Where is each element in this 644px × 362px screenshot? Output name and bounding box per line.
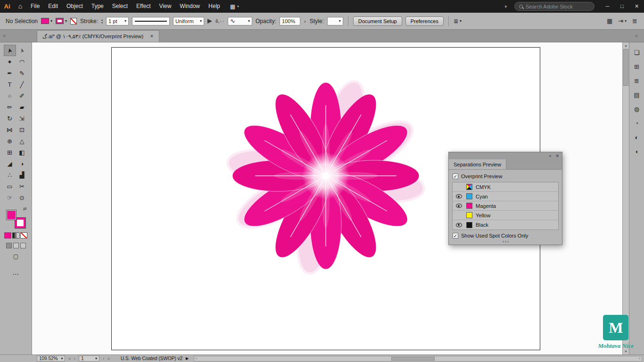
vertical-scrollbar[interactable]: ▴ ▾	[622, 42, 629, 354]
fill-stroke-control[interactable]: ⇄	[5, 207, 27, 229]
visibility-toggle[interactable]	[454, 193, 463, 200]
document-setup-button[interactable]: Document Setup	[353, 16, 402, 26]
visibility-toggle[interactable]	[454, 183, 463, 191]
scroll-right-icon[interactable]: ›	[639, 356, 640, 361]
artboards-panel-icon[interactable]: ⊞	[632, 61, 642, 72]
collapse-tools-icon[interactable]: «	[0, 33, 32, 38]
menu-type[interactable]: Type	[87, 0, 108, 13]
brush-width-icon[interactable]	[207, 19, 212, 24]
search-input[interactable]	[526, 4, 590, 9]
color-button[interactable]	[4, 232, 11, 239]
layers-panel-icon[interactable]: ❏	[632, 47, 642, 58]
ellipse-tool[interactable]: ○	[4, 90, 16, 101]
adobe-stock-search[interactable]	[514, 2, 594, 11]
home-icon[interactable]: ⌂	[14, 0, 26, 13]
type-tool[interactable]: T	[4, 79, 16, 90]
close-button[interactable]: ✕	[629, 0, 644, 13]
opacity-select[interactable]: 100%	[280, 17, 300, 25]
eyedropper-tool[interactable]: ◢	[4, 158, 16, 169]
zoom-level-select[interactable]: 109.52% ▾	[37, 355, 65, 362]
horizontal-scroll-thumb[interactable]	[391, 357, 435, 361]
artboard-navigation-select[interactable]: 1 ▾	[79, 355, 99, 362]
align-dropdown[interactable]: ≣ ▾	[454, 18, 462, 25]
selection-tool[interactable]: ➤	[4, 45, 16, 56]
mesh-tool[interactable]: ⊞	[4, 147, 16, 158]
scroll-left-icon[interactable]: ‹	[196, 356, 197, 361]
stroke-preview-select[interactable]	[132, 17, 170, 25]
swatches-panel-icon[interactable]: ▤	[632, 90, 642, 100]
menu-select[interactable]: Select	[108, 0, 132, 13]
show-used-spot-colors-checkbox[interactable]	[453, 233, 458, 239]
slice-tool[interactable]: ✂	[16, 181, 28, 192]
workspace-switcher[interactable]: ▦ ▾	[230, 3, 239, 10]
appearance-panel-icon[interactable]: ≣	[632, 75, 642, 86]
scroll-down-icon[interactable]: ▾	[623, 349, 629, 354]
edit-toolbar-ellipsis[interactable]: ⋯	[13, 270, 19, 278]
column-graph-tool[interactable]: ▟	[16, 169, 28, 181]
stroke-weight-stepper[interactable]: ▴ ▾	[101, 18, 103, 24]
style-select[interactable]: ▾	[327, 17, 343, 25]
magic-wand-tool[interactable]: ✦	[4, 56, 16, 67]
perspective-grid-tool[interactable]: △	[16, 135, 28, 147]
width-profile-select[interactable]: Uniform ▾	[173, 17, 204, 25]
lasso-tool[interactable]: ◠	[16, 56, 28, 67]
document-tab[interactable]: گ.ai* @ ۱۰۹,۵۳٪ (CMYK/Overprint Preview)…	[37, 30, 159, 42]
gradient-tool[interactable]: ◧	[16, 147, 28, 158]
draw-behind-button[interactable]	[13, 243, 19, 248]
visibility-toggle[interactable]	[454, 212, 463, 219]
free-transform-tool[interactable]: ⊡	[16, 124, 28, 135]
shaper-tool[interactable]: ✏	[4, 101, 16, 113]
stroke-color-proxy[interactable]	[15, 218, 25, 228]
width-tool[interactable]: ⋈	[4, 124, 16, 135]
opacity-menu-icon[interactable]: ›	[304, 18, 306, 24]
menu-file[interactable]: File	[26, 0, 44, 13]
panel-resize-grip[interactable]	[449, 240, 562, 243]
scroll-up-icon[interactable]: ▴	[623, 43, 629, 48]
visibility-toggle[interactable]	[454, 221, 463, 229]
opacity-label[interactable]: Opacity:	[256, 18, 276, 25]
scale-tool[interactable]: ⇲	[16, 113, 28, 124]
status-display[interactable]: U.S. Web Coated (SWOP) v2 ▶	[121, 356, 189, 361]
chevron-down-icon[interactable]: ▾	[504, 4, 507, 9]
eraser-tool[interactable]: ▰	[16, 101, 28, 113]
rotate-tool[interactable]: ↻	[4, 113, 16, 124]
close-tab-icon[interactable]: ✕	[150, 34, 154, 39]
minimize-button[interactable]: ─	[600, 0, 615, 13]
menu-object[interactable]: Object	[62, 0, 87, 13]
tab-separations-preview[interactable]: Separations Preview	[449, 159, 506, 169]
blend-tool[interactable]: ◑	[16, 158, 28, 169]
panel-title-bar[interactable]: « ✕	[449, 152, 562, 159]
stroke-color-dropdown[interactable]: ▾	[56, 18, 67, 24]
stepper-down-icon[interactable]: ▾	[101, 21, 103, 24]
hand-tool[interactable]: ☞	[4, 192, 16, 203]
screen-mode-button[interactable]: ▢	[13, 253, 18, 260]
panel-menu-icon[interactable]: ≣	[632, 17, 637, 25]
last-artboard-button[interactable]: »	[107, 356, 110, 361]
arrange-documents-icon[interactable]: ▦	[607, 17, 612, 25]
paintbrush-tool[interactable]: ✐	[16, 90, 28, 101]
restore-button[interactable]: □	[615, 0, 629, 13]
stroke-weight-label[interactable]: Stroke:	[80, 18, 98, 25]
none-button[interactable]	[20, 232, 27, 239]
previous-artboard-button[interactable]: ‹	[74, 356, 75, 361]
menu-effect[interactable]: Effect	[132, 0, 155, 13]
symbol-sprayer-tool[interactable]: ∴	[4, 169, 16, 181]
zoom-tool[interactable]: ⊙	[16, 192, 28, 203]
collapse-panel-icon[interactable]: «	[549, 154, 551, 158]
collapse-dock-icon[interactable]: «	[629, 33, 644, 38]
visibility-toggle[interactable]	[454, 202, 463, 210]
brush-definition-select[interactable]: ∿ ▾	[228, 17, 252, 25]
fill-color-proxy[interactable]	[6, 210, 17, 220]
overprint-preview-checkbox[interactable]	[453, 173, 458, 179]
status-menu-icon[interactable]: ▶	[186, 356, 189, 361]
pen-tool[interactable]: ✒	[4, 67, 16, 79]
line-segment-tool[interactable]: ╱	[16, 79, 28, 90]
draw-normal-button[interactable]	[6, 243, 12, 248]
draw-inside-button[interactable]	[20, 243, 26, 248]
stroke-weight-select[interactable]: 1 pt ▾	[106, 17, 129, 25]
horizontal-scrollbar[interactable]: ‹ ›	[194, 356, 642, 362]
swap-fill-stroke-icon[interactable]: ⇄	[23, 206, 27, 211]
color-panel-icon[interactable]: ◔	[632, 118, 642, 128]
fill-color-dropdown[interactable]: ▾	[41, 18, 52, 24]
direct-selection-tool[interactable]: ➢	[16, 45, 28, 56]
